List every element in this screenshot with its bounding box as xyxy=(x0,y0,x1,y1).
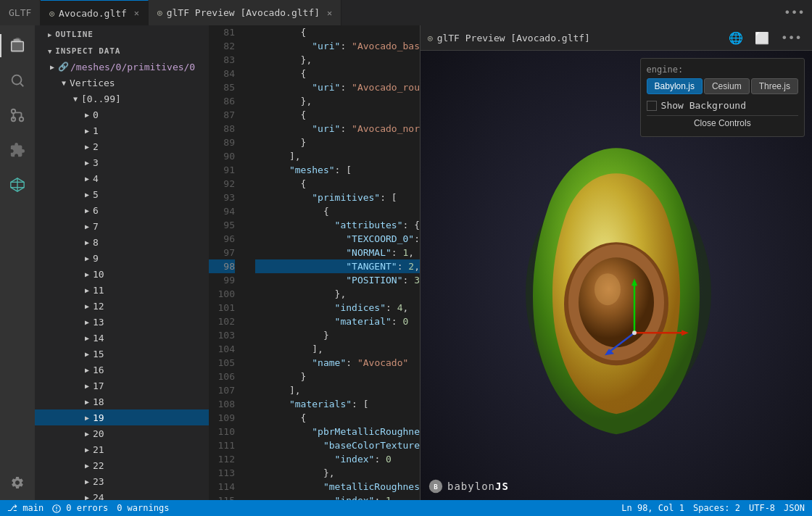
tree-item-24[interactable]: ▶24 xyxy=(35,489,209,500)
tree-item-9[interactable]: ▶9 xyxy=(35,250,209,266)
tab-gltf-label: GLTF xyxy=(9,7,31,18)
item8-label: 8 xyxy=(93,237,99,248)
tree-vertices[interactable]: ▼ Vertices xyxy=(35,75,209,91)
activity-search[interactable] xyxy=(0,63,35,98)
code-line-94: { xyxy=(255,204,420,218)
range-label: [0..99] xyxy=(81,93,121,104)
status-bar: ⎇ main 0 errors 0 warnings Ln 98, Col 1 … xyxy=(0,500,812,516)
tree-item-21[interactable]: ▶21 xyxy=(35,441,209,457)
item24-arrow: ▶ xyxy=(81,494,93,501)
item7-arrow: ▶ xyxy=(81,222,93,230)
item23-arrow: ▶ xyxy=(81,478,93,486)
inspect-chevron: ▼ xyxy=(48,48,52,55)
tree-item-1[interactable]: ▶1 xyxy=(35,122,209,138)
svg-text:B: B xyxy=(434,483,438,491)
tree-item-15[interactable]: ▶15 xyxy=(35,346,209,362)
tree-item-20[interactable]: ▶20 xyxy=(35,425,209,441)
code-line-92: { xyxy=(255,177,420,191)
more-icon[interactable]: ••• xyxy=(778,28,805,48)
item17-label: 17 xyxy=(93,380,104,391)
code-area[interactable]: { "uri": "Avocado_baseColor.png", }, { "… xyxy=(244,25,420,500)
tab-preview-close[interactable]: ✕ xyxy=(327,8,332,18)
tree-item-5[interactable]: ▶5 xyxy=(35,186,209,202)
tab-gltf[interactable]: GLTF xyxy=(0,0,41,25)
code-line-85: "uri": "Avocado_roughnessMeta... xyxy=(255,80,420,94)
svg-point-26 xyxy=(56,509,57,511)
code-line-108: "materials": [ xyxy=(255,397,420,411)
globe-icon[interactable]: 🌐 xyxy=(726,28,746,48)
tree-item-11[interactable]: ▶11 xyxy=(35,282,209,298)
tree-item-17[interactable]: ▶17 xyxy=(35,378,209,394)
item22-label: 22 xyxy=(93,460,104,471)
tree-item-19[interactable]: ▶19 xyxy=(35,409,209,425)
tab-avocado-close[interactable]: ✕ xyxy=(134,8,139,18)
activity-git[interactable] xyxy=(0,98,35,133)
code-line-98: "TANGENT": 2, xyxy=(255,259,420,273)
code-line-90: ], xyxy=(255,149,420,163)
item2-arrow: ▶ xyxy=(81,143,93,151)
tree-range[interactable]: ▼ [0..99] xyxy=(35,91,209,107)
code-line-115: "index": 1 xyxy=(255,494,420,500)
tab-more-button[interactable]: ••• xyxy=(776,0,812,25)
tree-item-14[interactable]: ▶14 xyxy=(35,330,209,346)
activity-extensions[interactable] xyxy=(0,133,35,167)
activity-explorer[interactable] xyxy=(0,28,35,63)
tree-item-6[interactable]: ▶6 xyxy=(35,202,209,218)
code-line-109: { xyxy=(255,411,420,425)
item9-label: 9 xyxy=(93,253,99,264)
code-line-86: }, xyxy=(255,94,420,108)
status-ln-col[interactable]: Ln 98, Col 1 xyxy=(621,503,684,513)
tree-item-4[interactable]: ▶4 xyxy=(35,170,209,186)
tree-item-3[interactable]: ▶3 xyxy=(35,154,209,170)
item3-arrow: ▶ xyxy=(81,159,93,167)
tree-item-13[interactable]: ▶13 xyxy=(35,314,209,330)
outline-chevron: ▶ xyxy=(48,31,52,38)
preview-panel: ◎ glTF Preview [Avocado.gltf] 🌐 ⬜ ••• en… xyxy=(420,25,812,500)
code-line-87: { xyxy=(255,108,420,122)
line-numbers: 8182838485 8687888990 9192939495 9697989… xyxy=(209,25,244,500)
close-controls-button[interactable]: Close Controls xyxy=(647,115,798,130)
split-icon[interactable]: ⬜ xyxy=(752,28,772,48)
tree-path-item[interactable]: ▶ 🔗 /meshes/0/primitives/0 xyxy=(35,59,209,75)
outline-header[interactable]: ▶ OUTLINE xyxy=(35,25,209,42)
tree-item-23[interactable]: ▶23 xyxy=(35,473,209,489)
tree-item-10[interactable]: ▶10 xyxy=(35,266,209,282)
item0-arrow: ▶ xyxy=(81,111,93,119)
status-spaces[interactable]: Spaces: 2 xyxy=(693,503,740,513)
svg-point-4 xyxy=(12,109,16,114)
show-background-checkbox[interactable] xyxy=(647,101,657,111)
inspect-header[interactable]: ▼ INSPECT DATA xyxy=(35,42,209,59)
show-background-row: Show Background xyxy=(647,100,798,111)
status-format[interactable]: JSON xyxy=(784,503,805,513)
tree-item-7[interactable]: ▶7 xyxy=(35,218,209,234)
engine-cesium-button[interactable]: Cesium xyxy=(704,78,750,94)
item5-arrow: ▶ xyxy=(81,191,93,199)
tree-item-0[interactable]: ▶0 xyxy=(35,107,209,122)
tree-item-18[interactable]: ▶18 xyxy=(35,394,209,409)
tree-item-2[interactable]: ▶2 xyxy=(35,138,209,154)
editor-content: 8182838485 8687888990 9192939495 9697989… xyxy=(209,25,420,500)
engine-threejs-button[interactable]: Three.js xyxy=(751,78,798,94)
item12-arrow: ▶ xyxy=(81,302,93,310)
tree-item-16[interactable]: ▶16 xyxy=(35,362,209,378)
tab-preview-label: glTF Preview [Avocado.gltf] xyxy=(167,7,320,18)
code-line-100: }, xyxy=(255,287,420,301)
item15-label: 15 xyxy=(93,349,104,359)
tree-item-22[interactable]: ▶22 xyxy=(35,457,209,473)
status-left: ⎇ main 0 errors 0 warnings xyxy=(7,503,169,513)
tree-item-12[interactable]: ▶12 xyxy=(35,298,209,314)
item10-label: 10 xyxy=(93,269,104,280)
activity-gltf[interactable] xyxy=(0,167,35,202)
item6-arrow: ▶ xyxy=(81,207,93,215)
tab-preview[interactable]: ◎ glTF Preview [Avocado.gltf] ✕ xyxy=(149,0,341,25)
engine-babylonjs-button[interactable]: Babylon.js xyxy=(647,78,703,94)
code-line-88: "uri": "Avocado_normal.png" xyxy=(255,122,420,136)
item19-arrow: ▶ xyxy=(81,414,93,422)
vertices-label: Vertices xyxy=(70,78,115,88)
tree-item-8[interactable]: ▶8 xyxy=(35,234,209,250)
status-encoding[interactable]: UTF-8 xyxy=(749,503,775,513)
status-branch[interactable]: ⎇ main xyxy=(7,503,44,513)
svg-point-14 xyxy=(594,273,621,305)
settings-icon[interactable] xyxy=(0,465,35,500)
tab-avocado[interactable]: ◎ Avocado.gltf ✕ xyxy=(41,0,149,25)
